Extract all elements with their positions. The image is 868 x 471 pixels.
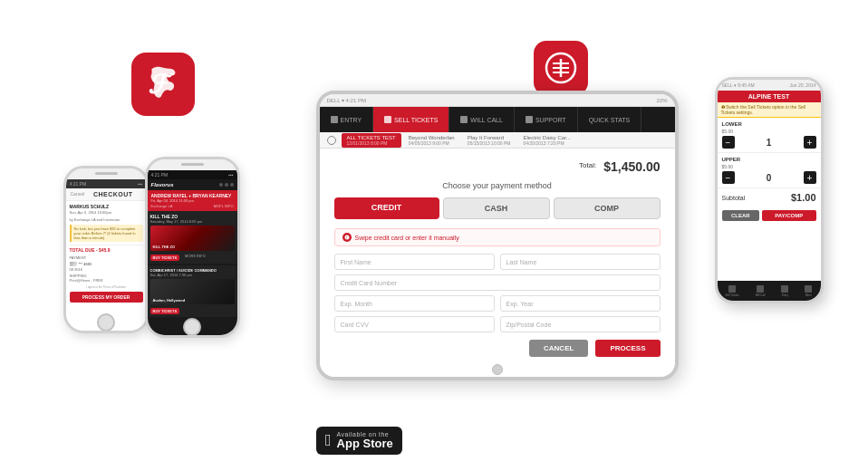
entry-bottom-label: Entry: [782, 293, 788, 297]
flavorus-logo-left: ℱ: [131, 53, 195, 116]
nav-dot-2: [225, 183, 228, 187]
alert-box: No luck, but you have $35 to complete yo…: [70, 225, 143, 242]
event3-name: COMBICHRIST / SUICIDE COMMANDO: [150, 268, 217, 273]
upper-ticket-section: UPPER $5.00 − 0 +: [718, 153, 821, 188]
sell-icon: [384, 116, 391, 123]
phone2-home-btn[interactable]: [183, 318, 201, 336]
bottom-nav-more[interactable]: More: [805, 285, 812, 297]
upper-plus-btn[interactable]: +: [804, 171, 816, 184]
alpine-title: ALPINE TEST: [722, 93, 816, 100]
phone1-home-btn[interactable]: [97, 313, 115, 332]
phone2-status-bar: 4:21 PM ▪▪▪: [148, 170, 237, 179]
swipe-hint-text: Swipe credit card or enter it manually: [355, 235, 459, 241]
event1-venue: Exchange LA: [151, 204, 173, 208]
comp-button[interactable]: COMP: [554, 197, 661, 219]
warning-text: Switch the Sell Tickets option in the Se…: [721, 104, 806, 115]
phone-alpine-inner: SELL ▾ 9:45 AM Jun 20, 2014 ALPINE TEST …: [718, 80, 821, 301]
tab-play-fwd[interactable]: Play It Forward 05/15/2013 10:00 PM: [462, 133, 516, 148]
flavorus-app-header: Flavorus: [148, 179, 237, 190]
first-name-field[interactable]: First Name: [334, 254, 495, 270]
card-chip: [70, 262, 77, 266]
exp-month-field[interactable]: Exp. Month: [334, 295, 495, 312]
event-item-2: KILL THE ZO Saturday, May 17, 2014 8:00 …: [148, 211, 237, 264]
tab-wonderlan[interactable]: Beyond Wonderlan 04/05/2013 9:00 PM: [403, 133, 460, 148]
lower-label: LOWER: [722, 121, 816, 127]
lower-minus-btn[interactable]: −: [722, 136, 735, 149]
exp-month-placeholder: Exp. Month: [341, 301, 372, 307]
sell-tickets-label: Sell Tickets: [725, 293, 738, 297]
cvv-field[interactable]: Card CVV: [334, 316, 495, 332]
more-bottom-icon: [805, 285, 812, 293]
tablet-app-nav: ENTRY SELL TICKETS WILL CALL SUPPORT: [320, 107, 675, 132]
event1-footer: Exchange LA MOFL INFO: [151, 204, 234, 208]
nav-will-call-label: WILL CALL: [470, 117, 503, 123]
tab-all-tickets[interactable]: ALL TICKETS TEST 12/01/2013 8:00 PM: [342, 133, 401, 148]
paycomp-button[interactable]: PAY/COMP: [762, 210, 815, 221]
terms-text: I agree to the Terms of Purchase: [70, 285, 143, 289]
tab-electric-daisy[interactable]: Electric Daisy Car... 04/20/2013 7:20 PM: [518, 133, 576, 148]
event3-buttons: BUY TICKETS: [150, 306, 235, 314]
buy-tickets-btn-3[interactable]: BUY TICKETS: [150, 308, 180, 314]
search-icon[interactable]: [327, 136, 336, 145]
name-row: First Name Last Name: [334, 254, 661, 270]
exp-cvv: 08 2016: [70, 267, 143, 272]
clear-button[interactable]: CLEAR: [722, 210, 760, 221]
upper-minus-btn[interactable]: −: [722, 171, 735, 184]
nav-support[interactable]: SUPPORT: [515, 107, 578, 132]
app-store-badge[interactable]:  Available on the App Store: [316, 427, 402, 455]
app-store-name: App Store: [337, 437, 393, 450]
phone2-status-time: 4:21 PM: [151, 172, 169, 178]
more-info-btn-2[interactable]: MORE INFO: [182, 253, 208, 261]
modal-cancel-button[interactable]: CANCEL: [529, 340, 588, 357]
lower-ticket-section: LOWER $5.00 − 1 +: [718, 118, 821, 153]
event-date: Sun, Apr 6, 2014 10:00pm: [70, 210, 143, 215]
events-tabs: ALL TICKETS TEST 12/01/2013 8:00 PM Beyo…: [320, 132, 675, 149]
last-name-field[interactable]: Last Name: [500, 254, 661, 270]
bottom-nav-entry[interactable]: Entry: [781, 285, 788, 297]
lower-plus-btn[interactable]: +: [804, 136, 816, 149]
nav-entry[interactable]: ENTRY: [320, 107, 374, 132]
zip-placeholder: Zip/Postal Code: [506, 322, 552, 328]
apple-icon: : [325, 432, 332, 448]
nav-will-call[interactable]: WILL CALL: [449, 107, 515, 132]
cash-button[interactable]: CASH: [443, 197, 550, 219]
alert-text: No luck, but you have $35 to complete yo…: [74, 226, 136, 240]
event-venue: by Exchange LA and Insomniac: [70, 217, 143, 222]
exp-row: Exp. Month Exp. Year: [334, 295, 661, 312]
phones-group: 4:21 PM ▪▪▪ Cancel CHECKOUT MARKUS SCHUL…: [54, 130, 272, 401]
event2-buttons: BUY TICKETS MORE INFO: [150, 253, 235, 261]
event3-date: Sat, Apr 17, 2014 7:30 pm: [150, 273, 235, 277]
tab-wonderlan-date: 04/05/2013 9:00 PM: [409, 140, 455, 146]
more-bottom-label: More: [805, 293, 812, 297]
app-store-section:  Available on the App Store: [316, 427, 402, 455]
phone1-battery: ▪▪▪: [138, 181, 142, 187]
bottom-nav-sell[interactable]: Sell Tickets: [725, 285, 738, 297]
event3-img-text: Avalon, Hollywood: [153, 298, 186, 303]
cancel-link[interactable]: Cancel: [71, 191, 85, 197]
card-number: *** 4665: [79, 262, 92, 266]
swipe-hint: ! Swipe credit card or enter it manually: [334, 228, 661, 246]
featured-event-banner: ANDREW RAYEL + BRYAN KEARNEY Fri, Apr 04…: [148, 190, 237, 211]
entry-icon: [331, 116, 338, 123]
event2-name: KILL THE ZO: [150, 214, 178, 219]
zip-field[interactable]: Zip/Postal Code: [500, 316, 661, 332]
process-order-btn[interactable]: PROCESS MY ORDER: [70, 292, 143, 303]
nav-sell-tickets[interactable]: SELL TICKETS: [373, 107, 449, 132]
event1-date: Fri, Apr 04, 2014 11:00 pm: [151, 198, 234, 203]
phone2-top-bar: [148, 159, 237, 170]
card-number-field[interactable]: Credit Card Number: [334, 274, 661, 291]
phone-alpine: SELL ▾ 9:45 AM Jun 20, 2014 ALPINE TEST …: [715, 77, 824, 303]
right-section: DELL ▾ 4:21 PM 22% ENTRY SELL TICKETS: [298, 41, 824, 430]
entry-bottom-icon: [781, 285, 788, 293]
checkout-header: Cancel CHECKOUT: [66, 188, 147, 201]
credit-button[interactable]: CREDIT: [334, 197, 439, 219]
nav-quick-stats[interactable]: QUICK STATS: [578, 107, 642, 132]
buy-tickets-btn-2[interactable]: BUY TICKETS: [150, 255, 180, 261]
tablet-home-btn[interactable]: [492, 364, 503, 375]
bottom-nav-will-call[interactable]: Will Call: [756, 285, 766, 297]
swipe-warning-icon: !: [342, 233, 352, 242]
will-call-icon: [460, 116, 468, 123]
modal-process-button[interactable]: PROCESS: [595, 340, 660, 357]
checkout-title: CHECKOUT: [93, 191, 133, 197]
exp-year-field[interactable]: Exp. Year: [500, 295, 661, 312]
